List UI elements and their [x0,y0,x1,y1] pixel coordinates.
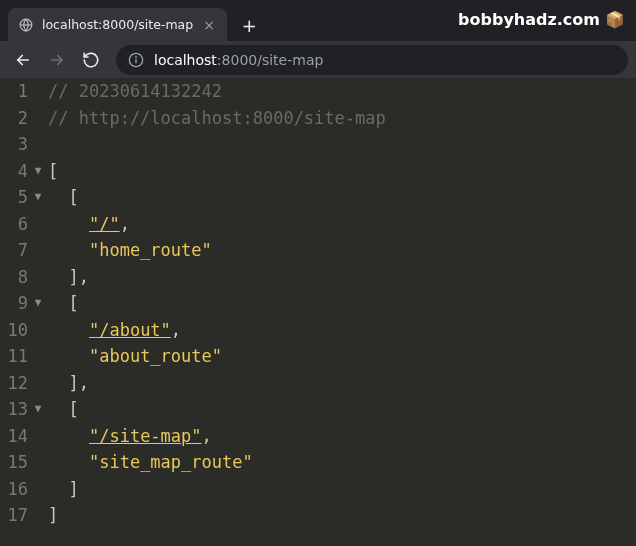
token-punct: [ [48,161,58,181]
json-viewer: 1// 202306141322422// http://localhost:8… [0,78,636,546]
cube-icon: 📦 [606,11,624,29]
line-number: 3 [0,131,28,158]
code-row: 11 "about_route" [0,343,636,370]
line-number: 4 [0,158,28,185]
code-line: [ [48,158,636,185]
code-row: 12 ], [0,370,636,397]
code-row: 17] [0,502,636,529]
fold-gutter [28,502,48,529]
fold-gutter [28,264,48,291]
fold-toggle-icon[interactable]: ▼ [35,290,42,317]
globe-icon [18,17,34,33]
token-comment: // 20230614132242 [48,81,222,101]
line-number: 5 [0,184,28,211]
back-button[interactable] [8,45,38,75]
close-icon[interactable]: × [201,17,217,33]
fold-gutter [28,476,48,503]
json-url-link[interactable]: "/site-map" [89,426,202,446]
line-number: 13 [0,396,28,423]
url-port: :8000 [217,52,257,68]
line-number: 7 [0,237,28,264]
site-info-icon[interactable] [128,52,144,68]
fold-toggle-icon[interactable]: ▼ [35,184,42,211]
code-row: 4▼[ [0,158,636,185]
tab-title: localhost:8000/site-map [42,17,193,32]
token-str: "site_map_route" [89,452,253,472]
line-number: 1 [0,78,28,105]
line-number: 8 [0,264,28,291]
fold-gutter [28,317,48,344]
code-line: // http://localhost:8000/site-map [48,105,636,132]
code-row: 5▼ [ [0,184,636,211]
brand-watermark: bobbyhadz.com 📦 [458,10,624,29]
code-line: "home_route" [48,237,636,264]
reload-button[interactable] [76,45,106,75]
code-line: [ [48,396,636,423]
fold-gutter [28,211,48,238]
fold-gutter [28,78,48,105]
fold-gutter [28,423,48,450]
url-path: /site-map [257,52,323,68]
code-line: "/about", [48,317,636,344]
fold-gutter: ▼ [28,158,48,185]
token-str: "home_route" [89,240,212,260]
code-row: 8 ], [0,264,636,291]
fold-gutter [28,131,48,158]
fold-toggle-icon[interactable]: ▼ [35,158,42,185]
fold-gutter [28,343,48,370]
fold-toggle-icon[interactable]: ▼ [35,396,42,423]
tab-strip: localhost:8000/site-map × + bobbyhadz.co… [0,0,636,41]
browser-toolbar: localhost:8000/site-map [0,41,636,78]
browser-tab[interactable]: localhost:8000/site-map × [8,8,227,41]
code-line: "site_map_route" [48,449,636,476]
code-row: 6 "/", [0,211,636,238]
url-display: localhost:8000/site-map [154,52,323,68]
code-row: 13▼ [ [0,396,636,423]
fold-gutter: ▼ [28,396,48,423]
code-row: 10 "/about", [0,317,636,344]
code-line: ], [48,264,636,291]
svg-point-3 [136,56,137,57]
line-number: 17 [0,502,28,529]
code-line: "about_route" [48,343,636,370]
token-punct: , [202,426,212,446]
token-str: "about_route" [89,346,222,366]
code-row: 7 "home_route" [0,237,636,264]
fold-gutter: ▼ [28,184,48,211]
line-number: 10 [0,317,28,344]
fold-gutter [28,237,48,264]
token-punct: ] [68,267,78,287]
token-punct: ] [68,373,78,393]
code-row: 3 [0,131,636,158]
code-table: 1// 202306141322422// http://localhost:8… [0,78,636,529]
address-bar[interactable]: localhost:8000/site-map [116,45,628,75]
token-punct: ] [48,505,58,525]
code-row: 16 ] [0,476,636,503]
fold-gutter [28,370,48,397]
fold-gutter [28,105,48,132]
token-punct: , [171,320,181,340]
line-number: 15 [0,449,28,476]
brand-text: bobbyhadz.com [458,10,600,29]
code-line: [ [48,290,636,317]
code-row: 2// http://localhost:8000/site-map [0,105,636,132]
forward-button[interactable] [42,45,72,75]
code-row: 9▼ [ [0,290,636,317]
fold-gutter: ▼ [28,290,48,317]
code-line [48,131,636,158]
code-line: ] [48,476,636,503]
line-number: 14 [0,423,28,450]
line-number: 6 [0,211,28,238]
line-number: 12 [0,370,28,397]
json-url-link[interactable]: "/" [89,214,120,234]
code-row: 15 "site_map_route" [0,449,636,476]
new-tab-button[interactable]: + [235,11,263,39]
code-row: 14 "/site-map", [0,423,636,450]
token-comment: // http://localhost:8000/site-map [48,108,386,128]
line-number: 16 [0,476,28,503]
token-punct: ] [68,479,78,499]
json-url-link[interactable]: "/about" [89,320,171,340]
code-line: [ [48,184,636,211]
code-line: ] [48,502,636,529]
token-punct: [ [68,399,78,419]
